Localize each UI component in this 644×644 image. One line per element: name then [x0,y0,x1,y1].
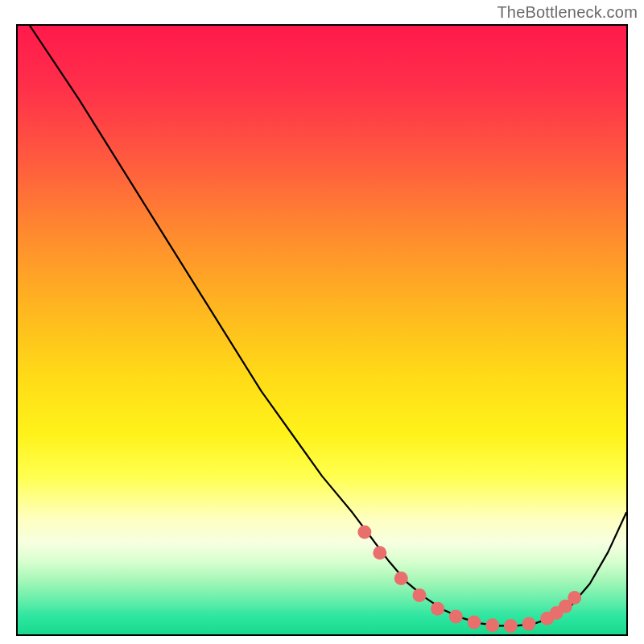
highlight-dot [504,619,518,633]
highlight-dot [568,591,581,605]
watermark-text: TheBottleneck.com [497,3,638,22]
highlight-dot [373,546,386,559]
highlight-dots [357,526,581,633]
highlight-dot [431,602,444,616]
plot-area [16,24,628,636]
highlight-dot [394,572,408,585]
highlight-dot [522,617,536,631]
highlight-dot [485,618,499,632]
bottleneck-curve [30,26,626,625]
highlight-dot [468,615,481,629]
chart-container: TheBottleneck.com [0,0,644,644]
highlight-dot [413,588,427,602]
curve-layer [18,26,626,634]
highlight-dot [449,610,463,624]
highlight-dot [357,526,371,539]
